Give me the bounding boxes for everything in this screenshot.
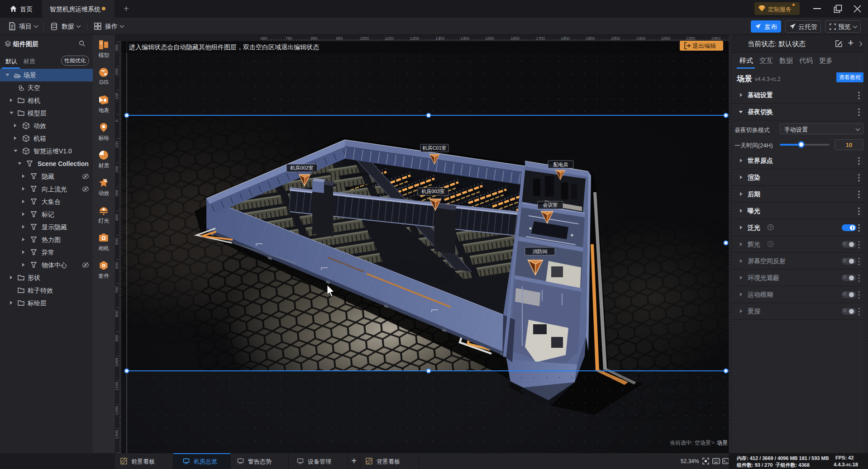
svg-text:500: 500 — [115, 238, 119, 245]
svg-text:进入编辑状态会自动隐藏其他组件图层，双击空白区域退出编辑状态: 进入编辑状态会自动隐藏其他组件图层，双击空白区域退出编辑状态 — [129, 43, 320, 51]
svg-text:1700: 1700 — [536, 36, 545, 41]
svg-text:会议室: 会议室 — [543, 202, 558, 208]
svg-text:1100: 1100 — [385, 36, 393, 41]
svg-text:场景: 场景 — [716, 440, 728, 446]
svg-text:2100: 2100 — [636, 36, 645, 41]
svg-text:-300: -300 — [115, 44, 119, 52]
svg-text:700: 700 — [115, 286, 119, 293]
svg-text:>: > — [711, 440, 715, 446]
svg-text:1900: 1900 — [586, 36, 595, 41]
svg-text:900: 900 — [336, 36, 343, 41]
svg-text:300: 300 — [115, 189, 119, 196]
svg-text:1300: 1300 — [115, 430, 119, 439]
svg-text:退出编辑: 退出编辑 — [692, 43, 716, 49]
svg-text:900: 900 — [115, 335, 119, 341]
svg-text:机房C01室: 机房C01室 — [422, 145, 446, 151]
svg-text:-100: -100 — [115, 93, 119, 101]
svg-text:2400: 2400 — [711, 36, 720, 41]
svg-text:1000: 1000 — [115, 358, 119, 367]
svg-text:800: 800 — [115, 310, 119, 317]
svg-text:2300: 2300 — [686, 36, 695, 41]
svg-text:1200: 1200 — [410, 36, 419, 41]
svg-text:800: 800 — [310, 36, 317, 41]
svg-text:600: 600 — [260, 36, 267, 41]
svg-text:1600: 1600 — [510, 36, 520, 41]
svg-text:配电房: 配电房 — [553, 162, 568, 167]
svg-text:1100: 1100 — [115, 382, 119, 390]
svg-text:1800: 1800 — [561, 36, 570, 41]
svg-text:1200: 1200 — [115, 406, 119, 415]
svg-text:400: 400 — [115, 214, 119, 221]
svg-text:机房002室: 机房002室 — [290, 165, 313, 171]
svg-text:机房003室: 机房003室 — [421, 189, 444, 194]
svg-text:1000: 1000 — [360, 36, 369, 41]
svg-text:当前选中: 空场景: 当前选中: 空场景 — [670, 440, 711, 446]
svg-text:100: 100 — [115, 141, 119, 148]
svg-text:200: 200 — [115, 166, 119, 172]
svg-text:600: 600 — [115, 262, 119, 269]
svg-text:2200: 2200 — [661, 36, 670, 41]
svg-text:2000: 2000 — [611, 36, 620, 41]
svg-text:1400: 1400 — [460, 36, 469, 41]
svg-text:-200: -200 — [115, 68, 119, 76]
svg-text:1300: 1300 — [435, 36, 444, 41]
svg-text:700: 700 — [285, 36, 292, 41]
svg-text:消防间: 消防间 — [533, 249, 548, 254]
svg-text:0: 0 — [115, 119, 119, 122]
svg-text:1500: 1500 — [485, 36, 494, 41]
